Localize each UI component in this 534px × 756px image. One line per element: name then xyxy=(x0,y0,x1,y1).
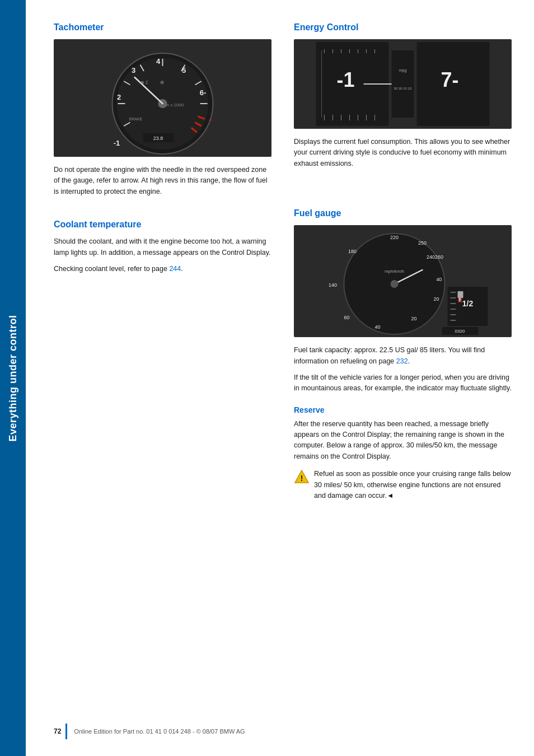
svg-text:140: 140 xyxy=(329,282,337,288)
svg-text:4: 4 xyxy=(156,57,161,66)
svg-text:260: 260 xyxy=(435,254,443,260)
svg-text:240: 240 xyxy=(427,254,435,260)
svg-text:60: 60 xyxy=(344,315,349,320)
tachometer-image: -1 2 3 4 5 6- → 1/min x 1000 BRAKE 23.8 xyxy=(54,39,271,157)
svg-text:→: → xyxy=(207,116,214,124)
svg-text:6-: 6- xyxy=(200,88,207,97)
reserve-section: Reserve After the reserve quantity has b… xyxy=(294,405,512,502)
fuel-gauge-section: Fuel gauge 220 180 140 60 40 20 20 40 24… xyxy=(294,208,512,501)
footer: 72 Online Edition for Part no. 01 41 0 0… xyxy=(26,724,534,739)
warning-text: Refuel as soon as possible once your cru… xyxy=(314,469,512,501)
svg-text:mph/km/h: mph/km/h xyxy=(385,269,404,274)
svg-text:⛽: ⛽ xyxy=(458,297,463,302)
footer-text: Online Edition for Part no. 01 41 0 014 … xyxy=(74,728,245,735)
tachometer-body: Do not operate the engine with the needl… xyxy=(54,165,271,197)
coolant-body-2: Checking coolant level, refer to page 24… xyxy=(54,264,271,274)
svg-text:1/2: 1/2 xyxy=(462,299,474,308)
page-number: 72 xyxy=(54,727,61,735)
footer-divider xyxy=(65,724,67,739)
svg-text:180: 180 xyxy=(348,249,357,254)
energy-control-body: Displays the current fuel consumption. T… xyxy=(294,137,512,169)
svg-text:20: 20 xyxy=(433,296,439,302)
svg-text:BRAKE: BRAKE xyxy=(129,117,143,121)
svg-text:3: 3 xyxy=(132,66,135,74)
warning-icon: ! xyxy=(294,469,310,485)
reserve-heading: Reserve xyxy=(294,405,512,414)
svg-text:⊕ ℰ: ⊕ ℰ xyxy=(140,80,148,85)
svg-text:40: 40 xyxy=(436,277,442,282)
svg-text:50 30 20 15: 50 30 20 15 xyxy=(394,87,412,90)
energy-control-heading: Energy Control xyxy=(294,22,512,32)
svg-text:23.8: 23.8 xyxy=(153,136,163,141)
sidebar-text: Everything under control xyxy=(7,315,19,441)
energy-control-image: -1 7- mpg 50 30 20 15 xyxy=(294,39,512,129)
svg-text:20: 20 xyxy=(411,316,416,321)
fuel-gauge-body-2: If the tilt of the vehicle varies for a … xyxy=(294,372,512,394)
fuel-gauge-heading: Fuel gauge xyxy=(294,208,512,218)
coolant-page-link[interactable]: 244 xyxy=(169,265,181,273)
svg-rect-35 xyxy=(392,50,414,118)
svg-text:0320: 0320 xyxy=(455,329,465,334)
svg-point-68 xyxy=(391,280,399,288)
svg-rect-79 xyxy=(458,291,463,298)
svg-text:-1: -1 xyxy=(114,139,120,147)
svg-text:2: 2 xyxy=(117,93,121,101)
svg-text:220: 220 xyxy=(390,235,399,240)
svg-text:!: ! xyxy=(301,474,303,483)
svg-text:-1: -1 xyxy=(337,68,355,91)
reserve-body: After the reserve quantity has been reac… xyxy=(294,419,512,463)
tachometer-heading: Tachometer xyxy=(54,22,271,32)
fuel-page-link[interactable]: 232 xyxy=(396,357,408,365)
coolant-heading: Coolant temperature xyxy=(54,220,271,230)
fuel-gauge-body-1: Fuel tank capacity: approx. 22.5 US gal/… xyxy=(294,345,512,367)
sidebar-label: Everything under control xyxy=(0,0,26,756)
fuel-gauge-image: 220 180 140 60 40 20 20 40 240 250 260 m… xyxy=(294,225,512,337)
svg-text:40: 40 xyxy=(374,324,380,330)
coolant-body-1: Should the coolant, and with it the engi… xyxy=(54,236,271,258)
svg-text:250: 250 xyxy=(418,240,427,246)
svg-text:5: 5 xyxy=(182,66,186,74)
warning-block: ! Refuel as soon as possible once your c… xyxy=(294,469,512,501)
svg-text:7-: 7- xyxy=(441,68,459,91)
tachometer-section: Tachometer xyxy=(54,22,271,203)
svg-text:mpg: mpg xyxy=(399,68,407,73)
energy-control-section: Energy Control -1 7- mpg 50 30 20 15 xyxy=(294,22,512,203)
coolant-section: Coolant temperature Should the coolant, … xyxy=(54,220,271,501)
svg-text:⚙: ⚙ xyxy=(160,80,164,85)
